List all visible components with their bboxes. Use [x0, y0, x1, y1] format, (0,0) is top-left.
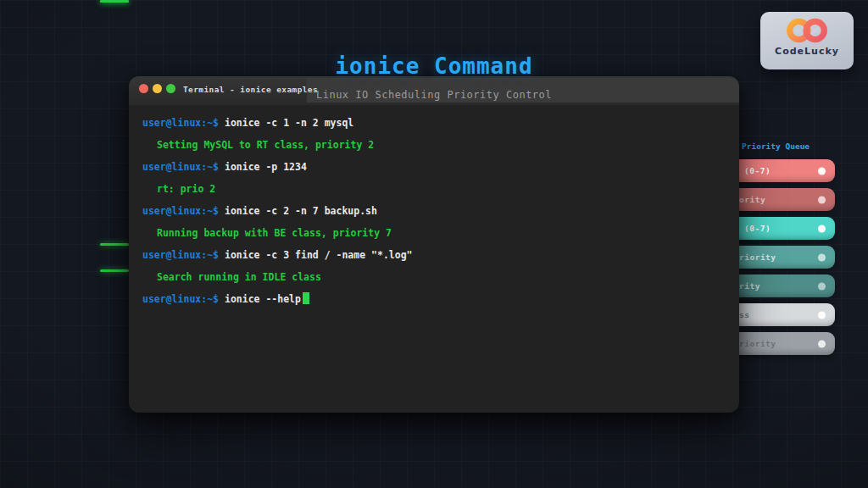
output-text: Setting MySQL to RT class, priority 2 [157, 139, 374, 151]
terminal-prompt: user@linux:~$ [142, 161, 219, 173]
terminal-output-line: rt: prio 2 [129, 178, 739, 200]
brand-name: CodeLucky [775, 46, 839, 57]
terminal-output-line: Running backup with BE class, priority 7 [129, 222, 739, 244]
pill-dot-icon [818, 196, 826, 203]
terminal-command-line: user@linux:~$ ionice -c 1 -n 2 mysql [129, 112, 739, 134]
priority-queue-label: Priority Queue [742, 141, 810, 151]
terminal-output-line: Setting MySQL to RT class, priority 2 [129, 134, 739, 156]
pill-dot-icon [818, 253, 826, 261]
priority-pill-label: (0-7) [744, 166, 771, 175]
output-text: Running backup with BE class, priority 7 [157, 227, 392, 239]
page-title: ionice Command [0, 53, 868, 79]
connector-line [100, 243, 129, 246]
terminal-title: Terminal - ionice examples [183, 85, 318, 94]
terminal-prompt: user@linux:~$ [142, 117, 219, 129]
terminal-window: Terminal - ionice examples Linux IO Sche… [129, 76, 739, 413]
pill-dot-icon [818, 167, 826, 175]
priority-pill-label: rity [739, 281, 760, 291]
priority-pill-label: riority [739, 339, 776, 348]
terminal-output-line: Search running in IDLE class [129, 266, 739, 288]
terminal-body[interactable]: user@linux:~$ ionice -c 1 -n 2 mysqlSett… [129, 105, 739, 413]
output-text: Search running in IDLE class [157, 271, 321, 283]
connector-line [100, 269, 129, 272]
terminal-titlebar: Terminal - ionice examples Linux IO Sche… [129, 76, 739, 105]
command-text: ionice --help [225, 293, 301, 305]
priority-pill-label: ss [739, 310, 749, 319]
terminal-prompt: user@linux:~$ [142, 205, 219, 217]
pill-dot-icon [818, 225, 826, 232]
command-text: ionice -c 3 find / -name "*.log" [225, 249, 413, 261]
command-text: ionice -c 1 -n 2 mysql [225, 117, 353, 129]
terminal-command-line: user@linux:~$ ionice -c 3 find / -name "… [129, 244, 739, 266]
infinity-logo-icon [781, 16, 833, 45]
desktop-background: ionice Command Priority Queue (0-7)ority… [0, 0, 868, 488]
output-text: rt: prio 2 [157, 183, 215, 195]
priority-pill-label: ority [739, 195, 765, 204]
command-text: ionice -p 1234 [225, 161, 307, 173]
terminal-prompt: user@linux:~$ [142, 293, 219, 305]
command-text: ionice -c 2 -n 7 backup.sh [225, 205, 377, 217]
connector-line [100, 0, 129, 3]
terminal-command-line: user@linux:~$ ionice --help [129, 288, 739, 310]
terminal-command-line: user@linux:~$ ionice -c 2 -n 7 backup.sh [129, 200, 739, 222]
terminal-command-line: user@linux:~$ ionice -p 1234 [129, 156, 739, 178]
pill-dot-icon [818, 282, 826, 290]
terminal-cursor [303, 292, 309, 304]
terminal-prompt: user@linux:~$ [142, 249, 219, 261]
priority-pill-label: riority [739, 252, 776, 262]
brand-card: CodeLucky [760, 12, 854, 69]
pill-dot-icon [818, 340, 826, 347]
priority-pill-label: (0-7) [744, 224, 771, 233]
terminal-lines: user@linux:~$ ionice -c 1 -n 2 mysqlSett… [129, 105, 739, 310]
pill-dot-icon [818, 311, 826, 319]
